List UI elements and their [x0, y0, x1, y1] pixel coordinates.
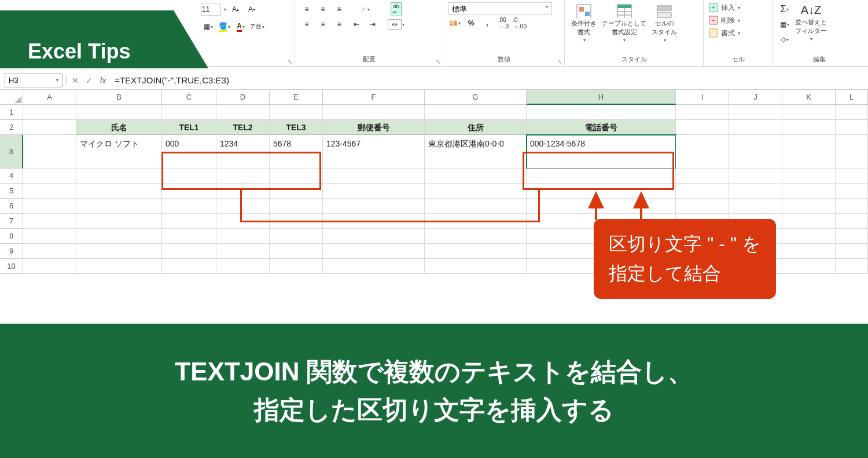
cell[interactable]: [162, 105, 216, 120]
cell[interactable]: [23, 120, 76, 135]
cell[interactable]: [323, 259, 425, 274]
cell[interactable]: [76, 105, 162, 120]
cell[interactable]: [782, 214, 836, 229]
cell[interactable]: [216, 199, 270, 214]
conditional-formatting-button[interactable]: 条件付き 書式▾: [569, 2, 598, 43]
cell[interactable]: [425, 105, 527, 120]
cell[interactable]: [676, 184, 729, 199]
cell[interactable]: [425, 199, 527, 214]
phonetic-button[interactable]: ア亜▾: [250, 20, 264, 34]
cell[interactable]: [836, 199, 868, 214]
cell[interactable]: [270, 105, 323, 120]
delete-cells-button[interactable]: −削除▾: [708, 15, 740, 25]
col-header-H[interactable]: H: [527, 90, 676, 105]
cell[interactable]: [76, 259, 162, 274]
row-header[interactable]: 4: [0, 168, 23, 184]
cell[interactable]: [23, 259, 76, 274]
cell[interactable]: [76, 184, 162, 199]
cell[interactable]: [782, 259, 836, 274]
cell[interactable]: [76, 168, 162, 184]
cell[interactable]: [270, 184, 323, 199]
cell[interactable]: [323, 168, 425, 184]
cell[interactable]: [836, 259, 868, 274]
formula-input[interactable]: =TEXTJOIN("-",TRUE,C3:E3): [111, 74, 863, 86]
cell[interactable]: [836, 120, 868, 135]
cell[interactable]: マイクロ ソフト: [76, 135, 162, 168]
cell[interactable]: [782, 105, 836, 120]
cancel-icon[interactable]: ✕: [69, 76, 81, 85]
cell[interactable]: [162, 214, 216, 229]
cell[interactable]: [836, 214, 868, 229]
cell[interactable]: [836, 244, 868, 259]
cell[interactable]: [782, 229, 836, 244]
cell[interactable]: [270, 199, 323, 214]
col-header-A[interactable]: A: [23, 90, 76, 105]
decrease-decimal-button[interactable]: .0→.00: [513, 16, 527, 30]
cell[interactable]: [425, 184, 527, 199]
insert-cells-button[interactable]: +挿入▾: [708, 2, 740, 13]
format-as-table-button[interactable]: テーブルとして 書式設定▾: [602, 2, 646, 43]
percent-button[interactable]: %: [464, 16, 478, 30]
merge-cells-button[interactable]: ⇔▾: [388, 17, 404, 31]
cell[interactable]: [162, 229, 216, 244]
cell[interactable]: [162, 184, 216, 199]
clear-button[interactable]: ◇▾: [778, 32, 792, 46]
increase-font-button[interactable]: A▴: [229, 2, 242, 16]
cell[interactable]: [425, 229, 527, 244]
row-header[interactable]: 1: [0, 105, 23, 120]
decrease-indent-button[interactable]: ⇤: [350, 17, 363, 31]
table-header[interactable]: 住所: [425, 120, 527, 135]
cell[interactable]: [270, 168, 323, 184]
align-right-button[interactable]: ≡: [332, 17, 346, 31]
decrease-font-button[interactable]: A▾: [245, 2, 259, 16]
col-header-J[interactable]: J: [729, 90, 782, 105]
cell[interactable]: [729, 105, 782, 120]
row-header[interactable]: 6: [0, 199, 23, 214]
table-header[interactable]: TEL1: [162, 120, 216, 135]
cell[interactable]: [676, 168, 729, 184]
col-header-C[interactable]: C: [162, 90, 216, 105]
fill-color-button[interactable]: 🪣▾: [218, 20, 231, 34]
row-header[interactable]: 2: [0, 120, 23, 135]
cell[interactable]: [729, 168, 782, 184]
table-header[interactable]: 電話番号: [527, 120, 676, 135]
row-header[interactable]: 10: [0, 259, 23, 274]
cell-styles-button[interactable]: セルの スタイル▾: [650, 2, 679, 43]
cell[interactable]: [23, 214, 76, 229]
cell[interactable]: [323, 105, 425, 120]
confirm-icon[interactable]: ✓: [83, 76, 95, 85]
cell[interactable]: [23, 105, 76, 120]
name-box[interactable]: H3 ▾: [5, 74, 62, 87]
cell[interactable]: [270, 259, 323, 274]
row-header[interactable]: 7: [0, 214, 23, 229]
cell[interactable]: [836, 168, 868, 184]
dialog-launcher-icon[interactable]: ⤡: [557, 58, 562, 65]
cell[interactable]: [76, 199, 162, 214]
cell[interactable]: [425, 259, 527, 274]
cell[interactable]: 1234: [216, 135, 270, 168]
col-header-B[interactable]: B: [76, 90, 162, 105]
cell[interactable]: [729, 120, 782, 135]
font-color-button[interactable]: A▾: [234, 20, 248, 34]
cell[interactable]: [23, 244, 76, 259]
cell[interactable]: [162, 199, 216, 214]
row-header[interactable]: 8: [0, 229, 23, 244]
cell[interactable]: 123-4567: [323, 135, 425, 168]
cell[interactable]: [76, 214, 162, 229]
chevron-down-icon[interactable]: ▾: [224, 7, 226, 12]
cell[interactable]: [729, 199, 782, 214]
cell[interactable]: [729, 135, 782, 168]
align-left-button[interactable]: ≡: [300, 17, 314, 31]
cell[interactable]: [216, 168, 270, 184]
fx-icon[interactable]: fx: [97, 76, 109, 85]
currency-button[interactable]: 💴▾: [448, 16, 462, 30]
cell[interactable]: 5678: [270, 135, 323, 168]
cell[interactable]: [782, 120, 836, 135]
cell[interactable]: [23, 184, 76, 199]
table-header[interactable]: TEL3: [270, 120, 323, 135]
cell[interactable]: [782, 168, 836, 184]
cell[interactable]: [836, 229, 868, 244]
col-header-K[interactable]: K: [782, 90, 836, 105]
align-bottom-button[interactable]: ≡: [332, 2, 346, 16]
comma-button[interactable]: ,: [480, 16, 494, 30]
